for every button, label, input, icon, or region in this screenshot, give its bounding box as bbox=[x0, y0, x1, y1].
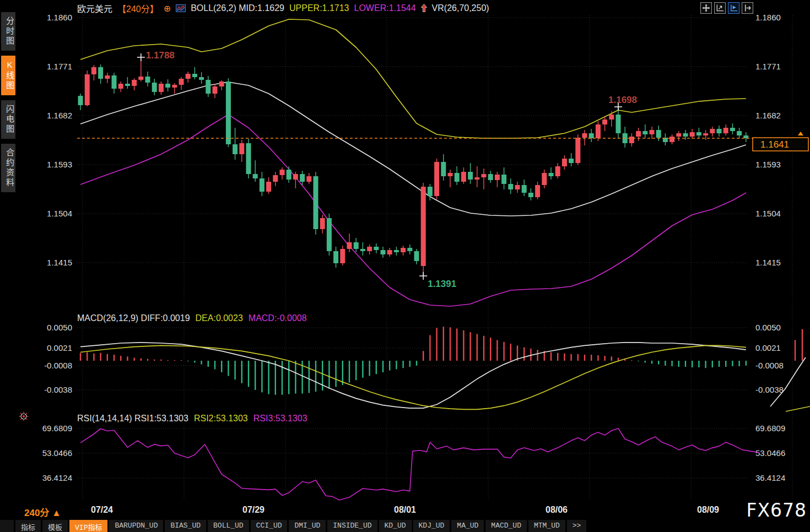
svg-text:-0.0038: -0.0038 bbox=[755, 385, 784, 394]
svg-text:1.1788: 1.1788 bbox=[146, 50, 175, 61]
time-label-4: 08/09 bbox=[697, 505, 719, 515]
tab-MA_UD[interactable]: MA_UD bbox=[451, 520, 484, 532]
rsi-reading-2: RSI3:53.1303 bbox=[253, 414, 307, 424]
trading-app-window: 1.18601.18601.17711.17711.16821.16821.15… bbox=[0, 0, 810, 532]
tab-INSIDE_UD[interactable]: INSIDE_UD bbox=[327, 520, 377, 532]
tab-KD_UD[interactable]: KD_UD bbox=[379, 520, 412, 532]
step-forward-icon[interactable] bbox=[742, 2, 753, 14]
rsi-panel bbox=[80, 428, 759, 500]
svg-text:1.1504: 1.1504 bbox=[47, 209, 72, 218]
rsi-indicator-header: RSI(14,14,14) RSI1:53.1303RSI2:53.1303RS… bbox=[77, 414, 307, 424]
tab-DMI_UD[interactable]: DMI_UD bbox=[289, 520, 326, 532]
indicator-reading-0: BOLL(26,2) MID:1.1629 bbox=[191, 3, 284, 13]
svg-text:1.1860: 1.1860 bbox=[47, 13, 72, 22]
tab-[interactable]: 模板 bbox=[42, 520, 68, 532]
tab-CCI_UD[interactable]: CCI_UD bbox=[251, 520, 288, 532]
svg-text:0.0021: 0.0021 bbox=[47, 343, 72, 352]
period-label: 【240分】 bbox=[117, 2, 159, 15]
tab-[interactable]: 指标 bbox=[15, 520, 41, 532]
time-label-3: 08/06 bbox=[546, 505, 568, 515]
macd-reading-1: DEA:0.0023 bbox=[196, 313, 243, 323]
macd-indicator-header: MACD(26,12,9) DIFF:0.0019DEA:0.0023MACD:… bbox=[77, 313, 307, 323]
svg-text:-0.0008: -0.0008 bbox=[44, 361, 72, 370]
mini-chart-icon bbox=[176, 3, 186, 13]
tabbar-corner bbox=[0, 520, 14, 532]
svg-text:1.1391: 1.1391 bbox=[428, 279, 456, 289]
indicator-reading-3: VR(26,70,250) bbox=[432, 3, 489, 13]
svg-text:53.0466: 53.0466 bbox=[42, 448, 72, 458]
svg-text:1.1771: 1.1771 bbox=[755, 62, 781, 71]
svg-text:1.1641: 1.1641 bbox=[760, 139, 789, 150]
indicator-tab-bar: 指标模板VIP指标BARUPDN_UDBIAS_UDBOLL_UDCCI_UDD… bbox=[15, 520, 586, 532]
sidebar-item-2[interactable]: 闪电图 bbox=[1, 100, 15, 139]
svg-text:0.0050: 0.0050 bbox=[47, 323, 72, 332]
svg-text:1.1682: 1.1682 bbox=[755, 111, 781, 120]
svg-text:0.0050: 0.0050 bbox=[755, 323, 781, 332]
tab-VIP[interactable]: VIP指标 bbox=[69, 520, 107, 532]
up-arrow-icon bbox=[421, 3, 427, 13]
svg-text:-0.0038: -0.0038 bbox=[44, 385, 72, 394]
svg-text:1.1682: 1.1682 bbox=[47, 111, 72, 120]
chart-type-sidebar: 分时图K线图闪电图合约资料 bbox=[0, 0, 17, 532]
svg-text:1.1593: 1.1593 bbox=[755, 160, 781, 169]
svg-text:1.1771: 1.1771 bbox=[47, 62, 72, 71]
time-axis: 240分 ▲ FX678 07/2407/2908/0108/0608/09 bbox=[0, 500, 810, 520]
rsi-reading-1: RSI2:53.1303 bbox=[194, 414, 248, 424]
symbol-name: 欧元美元 bbox=[77, 2, 112, 15]
play-marker-icon[interactable] bbox=[728, 2, 739, 14]
macd-reading-0: MACD(26,12,9) DIFF:0.0019 bbox=[77, 313, 190, 323]
tab-BARUPDN_UD[interactable]: BARUPDN_UD bbox=[109, 520, 163, 532]
macd-reading-2: MACD:-0.0008 bbox=[249, 313, 307, 323]
svg-text:1.1698: 1.1698 bbox=[608, 95, 637, 105]
svg-text:1.1415: 1.1415 bbox=[47, 258, 72, 267]
svg-text:69.6809: 69.6809 bbox=[755, 424, 785, 433]
indicator-reading-2: LOWER:1.1544 bbox=[354, 3, 416, 13]
rsi-reading-0: RSI(14,14,14) RSI1:53.1303 bbox=[77, 414, 188, 424]
svg-text:1.1504: 1.1504 bbox=[755, 209, 781, 218]
sidebar-item-3[interactable]: 合约资料 bbox=[1, 144, 15, 192]
tab-MACD_UD[interactable]: MACD_UD bbox=[485, 520, 527, 532]
pan-icon[interactable] bbox=[700, 2, 712, 14]
time-label-1: 07/29 bbox=[242, 505, 264, 515]
tab-BIAS_UD[interactable]: BIAS_UD bbox=[165, 520, 206, 532]
svg-text:53.0466: 53.0466 bbox=[755, 448, 785, 458]
chart-canvas[interactable]: 1.18601.18601.17711.17711.16821.16821.15… bbox=[0, 0, 810, 532]
tab-MTM_UD[interactable]: MTM_UD bbox=[528, 520, 565, 532]
svg-text:36.4124: 36.4124 bbox=[755, 473, 785, 482]
svg-text:1.1860: 1.1860 bbox=[755, 13, 781, 22]
sidebar-item-0[interactable]: 分时图 bbox=[1, 12, 15, 51]
indicator-reading-1: UPPER:1.1713 bbox=[289, 3, 349, 13]
svg-text:1.1415: 1.1415 bbox=[755, 258, 781, 267]
tab-[interactable]: >> bbox=[567, 520, 587, 532]
target-icon: ⊕ bbox=[164, 3, 171, 14]
svg-text:1.1593: 1.1593 bbox=[47, 160, 72, 169]
chart-toolbar bbox=[700, 2, 753, 14]
candlestick-panel: 1.17881.16981.1391 bbox=[78, 19, 749, 306]
tab-KDJ_UD[interactable]: KDJ_UD bbox=[413, 520, 450, 532]
svg-text:0.0021: 0.0021 bbox=[755, 343, 781, 352]
svg-text:36.4124: 36.4124 bbox=[42, 473, 72, 482]
watermark: FX678 bbox=[746, 500, 807, 521]
time-label-2: 08/01 bbox=[394, 505, 416, 515]
time-label-0: 07/24 bbox=[91, 505, 113, 515]
interval-label[interactable]: 240分 ▲ bbox=[24, 505, 61, 519]
tab-BOLL_UD[interactable]: BOLL_UD bbox=[208, 520, 249, 532]
svg-text:69.6809: 69.6809 bbox=[42, 424, 72, 433]
macd-panel bbox=[80, 327, 810, 411]
chart-header: 欧元美元【240分】⊕BOLL(26,2) MID:1.1629UPPER:1.… bbox=[77, 2, 489, 15]
svg-text:-0.0008: -0.0008 bbox=[755, 361, 784, 370]
sidebar-item-1[interactable]: K线图 bbox=[1, 56, 15, 95]
axis-pointer-icon[interactable] bbox=[714, 2, 726, 14]
record-burst-icon bbox=[19, 411, 29, 424]
